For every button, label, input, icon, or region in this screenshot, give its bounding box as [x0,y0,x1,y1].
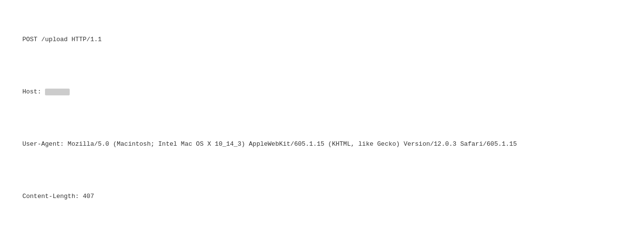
host-label: Host: [22,88,41,95]
request-line: POST /upload HTTP/1.1 [7,25,637,55]
content-type-line: Content-Type: multipart/form-data; bound… [7,234,637,244]
user-agent-text: User-Agent: Mozilla/5.0 (Macintosh; Inte… [22,140,517,148]
host-value: ██████ [45,89,70,95]
http-request-block: POST /upload HTTP/1.1 Host: ██████ User-… [7,5,637,244]
content-length-line: Content-Length: 407 [7,182,637,212]
host-line: Host: ██████ [7,77,637,107]
method-path: POST /upload HTTP/1.1 [22,36,102,43]
user-agent-line: User-Agent: Mozilla/5.0 (Macintosh; Inte… [7,130,637,160]
content-length-text: Content-Length: 407 [22,193,94,200]
